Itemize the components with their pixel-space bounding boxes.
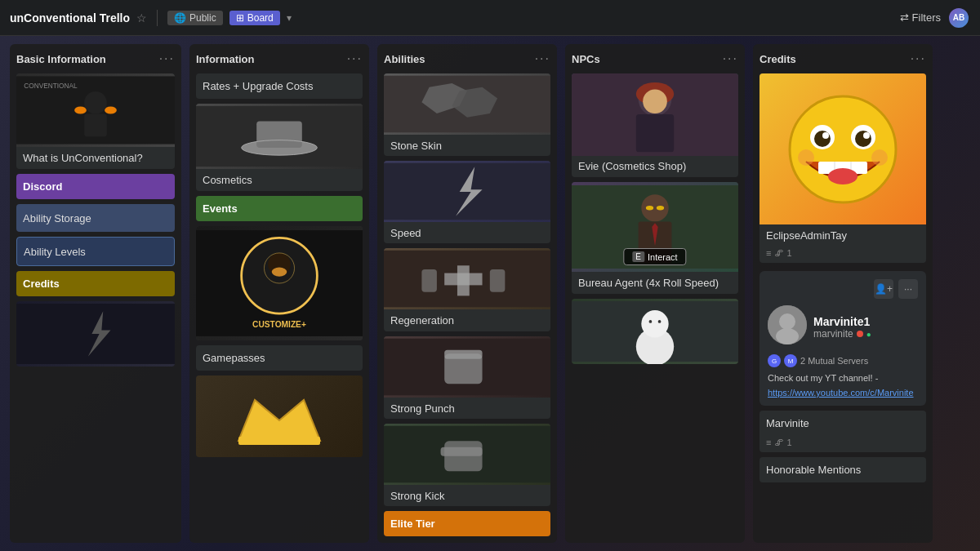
popup-header: 👤+ ··· [768, 279, 918, 299]
avatar-group: AB [947, 7, 970, 29]
filter-icon: ⇄ [900, 11, 909, 24]
card-cosmetics[interactable]: Cosmetics [196, 104, 363, 191]
column-header-info: Information ··· [196, 51, 363, 69]
card-evie[interactable]: Evie (Cosmetics Shop) [572, 73, 738, 177]
eclipse-attachments: 1 [786, 248, 791, 258]
svg-point-68 [776, 328, 799, 344]
svg-point-65 [871, 149, 888, 166]
what-is-label: What is UnConventional? [16, 147, 175, 169]
board-badge[interactable]: ⊞ Board [229, 11, 280, 25]
user-info: Marvinite1 marvinite ● [813, 315, 871, 340]
card-npc-3[interactable] [572, 299, 738, 364]
card-events[interactable]: Events [196, 196, 363, 221]
svg-point-44 [657, 206, 664, 211]
svg-point-2 [74, 106, 87, 113]
strong-punch-image [384, 336, 550, 398]
card-strong-kick[interactable]: Strong Kick [384, 424, 550, 506]
strong-kick-label: Strong Kick [384, 485, 550, 506]
svg-point-4 [84, 91, 107, 114]
status-red-dot [857, 331, 863, 337]
card-speed[interactable]: Speed [384, 161, 550, 243]
column-title-info: Information [196, 53, 255, 65]
more-options-button[interactable]: ··· [898, 279, 918, 299]
board-area: Basic Information ··· CONVENTIONAL What … [0, 36, 980, 551]
column-menu-basic-info[interactable]: ··· [159, 52, 175, 65]
divider [157, 10, 158, 26]
card-gamepasses-label[interactable]: Gamepasses [196, 345, 363, 371]
marvinite1-handle: marvinite ● [813, 328, 871, 340]
customize-image: CUSTOMIZE+ [196, 226, 363, 340]
card-ability-storage[interactable]: Ability Storage [16, 204, 175, 232]
paperclip-icon-2: 🖇 [774, 438, 783, 447]
card-what-is[interactable]: CONVENTIONAL What is UnConventional? [16, 73, 175, 169]
card-strong-punch[interactable]: Strong Punch [384, 336, 550, 419]
card-regeneration[interactable]: Regeneration [384, 248, 550, 331]
card-bureau-agent[interactable]: E Interact Bureau Agent (4x Roll Speed) [572, 182, 738, 294]
board-icon: ⊞ [236, 12, 244, 24]
speed-label: Speed [384, 222, 550, 243]
svg-rect-29 [490, 269, 506, 292]
column-title-abilities: Abilities [384, 53, 425, 65]
events-label: Events [203, 202, 238, 215]
npc3-image [572, 299, 738, 364]
card-marvinite[interactable]: Marvinite ≡ 🖇 1 [760, 411, 926, 452]
server-icon-1: G [768, 354, 781, 367]
avatar[interactable]: AB [947, 7, 970, 29]
interact-key: E [632, 251, 644, 262]
globe-icon: 🌐 [174, 12, 186, 24]
mutual-servers-text: 2 Mutual Servers [800, 356, 868, 366]
filters-button[interactable]: ⇄ Filters [900, 11, 941, 24]
card-eclipse[interactable]: EclipseAdminTay ≡ 🖇 1 [760, 73, 926, 263]
svg-point-51 [658, 320, 662, 323]
card-rates[interactable]: Rates + Upgrade Costs [196, 73, 363, 99]
regen-image [384, 248, 550, 309]
column-basic-info: Basic Information ··· CONVENTIONAL What … [10, 44, 181, 543]
card-ability-levels[interactable]: Ability Levels [16, 237, 175, 266]
public-badge[interactable]: 🌐 Public [167, 11, 223, 25]
what-is-image: CONVENTIONAL [16, 73, 175, 147]
card-elite-tier[interactable]: Elite Tier [384, 511, 550, 536]
regen-label: Regeneration [384, 309, 550, 331]
interact-text: Interact [648, 252, 678, 262]
svg-point-50 [649, 320, 653, 323]
card-discord[interactable]: Discord [16, 174, 175, 199]
svg-point-64 [798, 149, 814, 166]
marvinite1-username: marvinite [813, 328, 853, 340]
topbar-right: ⇄ Filters AB [900, 7, 970, 29]
marvinite-label: Marvinite [760, 411, 926, 436]
card-customize[interactable]: CUSTOMIZE+ [196, 226, 363, 340]
svg-text:CUSTOMIZE+: CUSTOMIZE+ [252, 320, 306, 329]
marvinite-meta: ≡ 🖇 1 [760, 436, 926, 452]
card-gamepasses-image[interactable] [196, 375, 363, 457]
card-credits-link[interactable]: Credits [16, 271, 175, 296]
add-friend-button[interactable]: 👤+ [874, 279, 893, 299]
column-menu-credits[interactable]: ··· [911, 52, 926, 65]
column-header-credits: Credits ··· [760, 51, 926, 69]
column-menu-abilities[interactable]: ··· [535, 52, 550, 65]
bureau-agent-image: E Interact [572, 182, 738, 272]
gamepasses-crown-image [196, 375, 363, 457]
svg-rect-10 [256, 121, 302, 147]
status-green-dot-icon: ● [866, 330, 871, 339]
marvinite1-display-name: Marvinite1 [813, 315, 871, 328]
svg-point-63 [828, 168, 858, 184]
eclipse-meta: ≡ 🖇 1 [760, 247, 926, 263]
card-stone-skin[interactable]: Stone Skin [384, 73, 550, 156]
column-credits: Credits ··· [753, 44, 933, 543]
svg-rect-39 [636, 114, 674, 152]
svg-point-57 [855, 131, 871, 147]
column-title-basic-info: Basic Information [16, 53, 106, 65]
ability-storage-label: Ability Storage [23, 212, 91, 224]
column-header-npcs: NPCs ··· [572, 51, 738, 69]
card-honorable-mentions[interactable]: Honorable Mentions [760, 457, 926, 482]
card-marvinite1[interactable]: 👤+ ··· Marvinite1 marvinite ● [760, 271, 926, 406]
column-menu-npcs[interactable]: ··· [723, 52, 738, 65]
column-menu-info[interactable]: ··· [347, 52, 363, 65]
column-information: Information ··· Rates + Upgrade Costs Co… [189, 44, 369, 543]
strong-punch-label: Strong Punch [384, 398, 550, 419]
svg-rect-35 [441, 447, 483, 456]
star-icon[interactable]: ☆ [136, 11, 147, 24]
user-link[interactable]: https://www.youtube.com/c/Marvinite [768, 388, 918, 398]
chevron-down-icon[interactable]: ▾ [287, 12, 292, 24]
rates-label: Rates + Upgrade Costs [203, 80, 313, 92]
